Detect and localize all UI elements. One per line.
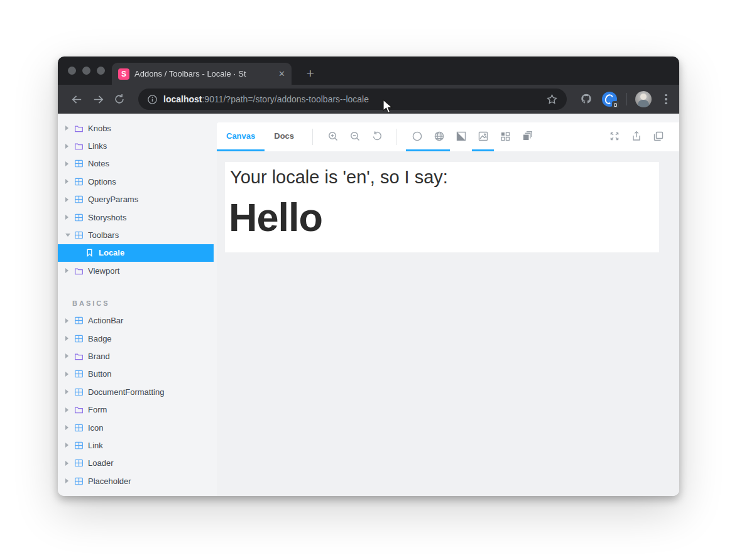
storybook-app: Knobs Links Notes Options — [58, 114, 679, 496]
sidebar-item-locale[interactable]: Locale — [58, 244, 214, 262]
story-preview: Your locale is 'en', so I say: Hello — [217, 151, 679, 496]
chevron-right-icon — [65, 161, 72, 166]
stack-icon — [522, 131, 533, 142]
bookmark-star-icon[interactable] — [546, 94, 558, 105]
sidebar-item-documentformatting[interactable]: DocumentFormatting — [58, 383, 214, 401]
canvas-toolbar: Canvas Docs — [217, 122, 679, 151]
sidebar-item-viewport[interactable]: Viewport — [58, 262, 214, 279]
reload-button[interactable] — [111, 90, 128, 108]
background-toggle-button[interactable] — [406, 122, 428, 151]
sidebar-item-brand[interactable]: Brand — [58, 347, 214, 365]
tab-close-icon[interactable]: ✕ — [278, 69, 285, 78]
browser-menu-button[interactable] — [660, 91, 672, 107]
new-tab-button[interactable]: + — [302, 65, 319, 82]
photo-icon — [478, 131, 489, 142]
tab-canvas[interactable]: Canvas — [217, 122, 265, 151]
sidebar-item-label: DocumentFormatting — [88, 387, 164, 397]
sidebar-item-label: QueryParams — [88, 195, 138, 204]
sidebar-section-basics: BASICS — [58, 294, 214, 312]
minimize-window-button[interactable] — [82, 67, 90, 75]
sidebar-item-actionbar[interactable]: ActionBar — [58, 312, 214, 330]
locale-globe-button[interactable] — [428, 122, 450, 151]
fullscreen-button[interactable] — [603, 122, 625, 151]
folder-icon — [74, 124, 84, 133]
component-icon — [74, 316, 84, 325]
zoom-reset-button[interactable] — [366, 122, 388, 151]
sidebar-item-knobs[interactable]: Knobs — [58, 119, 214, 137]
sidebar-item-label: Notes — [88, 159, 109, 168]
sidebar-item-label: Link — [88, 441, 103, 450]
sidebar-item-link[interactable]: Link — [58, 436, 214, 454]
lock-badge-icon — [612, 101, 619, 108]
sidebar-item-form[interactable]: Form — [58, 401, 214, 418]
chevron-right-icon — [65, 461, 72, 466]
zoom-out-icon — [349, 131, 361, 142]
zoom-reset-icon — [371, 131, 383, 142]
sidebar-item-loader[interactable]: Loader — [58, 455, 214, 472]
zoom-in-button[interactable] — [322, 122, 344, 151]
chevron-down-icon — [65, 234, 72, 237]
url-path: :9011/?path=/story/addons-toolbars--loca… — [202, 94, 369, 104]
sidebar-item-button[interactable]: Button — [58, 365, 214, 383]
sidebar: Knobs Links Notes Options — [58, 114, 214, 496]
tab-docs[interactable]: Docs — [265, 122, 303, 151]
component-icon — [74, 387, 84, 397]
zoom-out-button[interactable] — [344, 122, 366, 151]
url-text: localhost:9011/?path=/story/addons-toolb… — [163, 94, 540, 104]
component-icon — [74, 195, 84, 204]
sidebar-item-label: Button — [88, 369, 112, 379]
site-info-icon[interactable] — [147, 94, 158, 105]
screenshot-stage: S Addons / Toolbars - Locale · St ✕ + lo… — [0, 0, 754, 560]
sidebar-item-icon[interactable]: Icon — [58, 419, 214, 436]
sidebar-item-label: Badge — [88, 334, 112, 343]
sidebar-item-queryparams[interactable]: QueryParams — [58, 191, 214, 208]
sidebar-item-label: Links — [88, 141, 107, 151]
circle-icon — [412, 131, 423, 142]
toolbar-right-group — [603, 122, 679, 151]
zoom-window-button[interactable] — [97, 67, 105, 75]
open-in-new-tab-button[interactable] — [625, 122, 647, 151]
sidebar-item-label: Knobs — [88, 124, 111, 133]
sidebar-item-options[interactable]: Options — [58, 173, 214, 190]
sidebar-item-toolbars[interactable]: Toolbars — [58, 226, 214, 244]
forward-button[interactable] — [89, 90, 107, 108]
preview-panel: Canvas Docs — [217, 122, 679, 496]
profile-avatar[interactable] — [635, 91, 652, 107]
sidebar-item-label: Viewport — [88, 266, 119, 276]
outline-stack-button[interactable] — [516, 122, 538, 151]
sidebar-item-storyshots[interactable]: Storyshots — [58, 208, 214, 226]
globe-icon — [434, 131, 445, 142]
theme-contrast-button[interactable] — [450, 122, 472, 151]
copy-link-button[interactable] — [647, 122, 669, 151]
sidebar-item-badge[interactable]: Badge — [58, 330, 214, 347]
fullscreen-icon — [609, 131, 620, 142]
snapshot-photo-button[interactable] — [472, 122, 494, 151]
grid-toggle-button[interactable] — [494, 122, 516, 151]
sidebar-item-label: Loader — [88, 458, 113, 468]
sidebar-item-label: Placeholder — [88, 477, 131, 486]
component-icon — [74, 177, 84, 186]
sidebar-item-links[interactable]: Links — [58, 137, 214, 154]
address-bar[interactable]: localhost:9011/?path=/story/addons-toolb… — [138, 89, 567, 110]
component-icon — [74, 213, 84, 222]
traffic-lights — [68, 57, 105, 85]
password-extension-icon[interactable] — [602, 92, 617, 107]
toolbar-divider — [312, 129, 313, 145]
folder-icon — [74, 141, 84, 151]
close-window-button[interactable] — [68, 67, 76, 75]
chevron-right-icon — [65, 215, 72, 220]
browser-navbar: localhost:9011/?path=/story/addons-toolb… — [58, 85, 679, 114]
chevron-right-icon — [65, 179, 72, 184]
storybook-favicon-icon: S — [118, 68, 129, 80]
sidebar-item-placeholder[interactable]: Placeholder — [58, 472, 214, 490]
sidebar-item-notes[interactable]: Notes — [58, 155, 214, 173]
chevron-right-icon — [65, 268, 72, 273]
locale-sentence: Your locale is 'en', so I say: — [230, 167, 448, 188]
navbar-divider — [626, 93, 626, 105]
browser-window: S Addons / Toolbars - Locale · St ✕ + lo… — [58, 57, 679, 496]
browser-tab[interactable]: S Addons / Toolbars - Locale · St ✕ — [112, 63, 292, 85]
extension-icons — [576, 91, 672, 107]
github-extension-icon[interactable] — [579, 92, 593, 106]
component-icon — [74, 369, 84, 379]
back-button[interactable] — [68, 90, 85, 108]
